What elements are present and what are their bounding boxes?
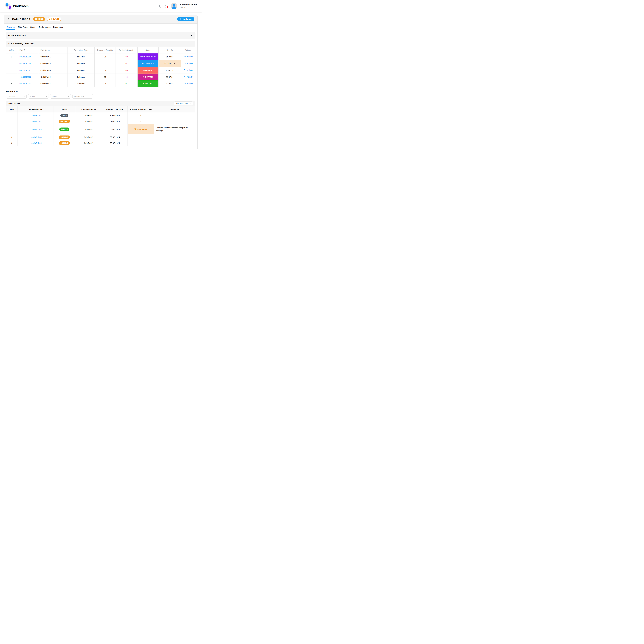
col-available-qty: Available Quantity [116,47,138,53]
user-info: Abhinav Atthota Admin [180,3,197,9]
brand-name: Workroom [13,4,29,8]
workorders-header-row: S.No. Workorder ID Status Linked Product… [6,106,196,112]
pulse-icon [184,62,186,65]
workorder-id-link[interactable]: 1130-WRK-01 [29,114,42,116]
workorder-filters: Date filter Product Status [6,94,195,99]
sub-assembly-header-row: S.No. Part ID Part Name Production Type … [6,47,195,53]
workorder-id-link[interactable]: 1130-WRK-05 [29,142,42,144]
pulse-icon [184,76,186,78]
notification-badge [167,6,168,8]
table-row: 3 03128010025 Child Part-3 In-house 01 0… [6,67,195,74]
back-arrow-icon[interactable] [7,18,10,21]
workorders-table: S.No. Workorder ID Status Linked Product… [6,106,195,146]
status-badge-ongoing: ONGOING [33,17,45,21]
workorder-id-link[interactable]: 1130-WRK-02 [29,120,42,122]
part-id-link[interactable]: 03104010030 [19,62,31,65]
col-workorder-id: Workorder ID [18,106,53,112]
activity-link[interactable]: Activity [184,55,193,58]
table-row: 4 03103010069 Child Part-4 In-house 01 0… [6,74,195,80]
order-title-row: Order 1130-10 ONGOING DELAYED Workorder [4,15,197,24]
stage-badge: IN PROCUREMENT [138,53,158,60]
part-id-link[interactable]: 03128010025 [19,69,31,71]
status-badge-delayed: DELAYED [47,17,61,21]
order-information-title: Order Information [8,34,26,37]
tab-quality[interactable]: Quality [30,24,37,31]
activity-link[interactable]: Activity [184,76,193,78]
alarm-clock-icon [49,18,51,20]
table-row: 1 1130-WRK-01 OPEN Sub Part 1 25-06-2024… [6,112,196,118]
date-filter-select[interactable]: Date filter [6,94,27,99]
order-information-accordion[interactable]: Order Information [6,32,195,39]
app-brand: Workroom [6,3,29,9]
tab-overview[interactable]: Overview [6,24,15,31]
status-badge: OPEN [60,114,68,117]
tab-performance[interactable]: Performance [39,24,51,31]
col-actual-completion: Actual Completion Date [128,106,154,112]
sub-assembly-title: Sub-Assembly Parts [8,43,29,45]
workorders-panel: Workorders Workorders WIP S.No. Wor [6,101,195,146]
table-row: 2 1130-WRK-04 ONGOING Sub Part 1 02-07-2… [6,134,196,140]
table-row: 1 03103010060 Child Part-1 In-house 01 0… [6,53,195,60]
col-production-type: Production Type [67,47,95,53]
product-filter-select[interactable]: Product [28,94,49,99]
col-stage: Stage [138,47,159,53]
app-header: Workroom [0,0,202,12]
part-id-link[interactable]: 03103010060 [19,56,31,58]
stage-badge: IN DISPATCH [138,74,158,80]
pulse-icon [184,55,186,58]
sub-assembly-count: (06) [30,43,33,45]
stage-badge: IN SHIPPING [138,80,158,87]
topbar-actions: Abhinav Atthota Admin [159,3,197,9]
sub-assembly-panel: Sub-Assembly Parts (06) S.No. Part ID Pa… [6,41,195,87]
activity-link[interactable]: Activity [184,82,193,85]
add-workorder-button[interactable]: Workorder [177,17,194,21]
alarm-clock-icon [164,62,167,65]
phone-icon[interactable] [159,4,162,8]
workorders-wip-button[interactable]: Workorders WIP [174,101,193,105]
chevron-down-icon [23,95,25,97]
activity-link[interactable]: Activity [184,69,193,71]
tab-documents[interactable]: Documents [53,24,63,31]
status-filter-select[interactable]: Status [50,94,71,99]
part-id-link[interactable]: 03106010091 [19,83,31,85]
table-row: 2 1130-WRK-02 ONGOING Sub Part 1 02-07-2… [6,118,196,124]
tab-child-parts[interactable]: Child Parts [18,24,28,31]
status-badge: ONGOING [59,120,70,123]
col-sno: S.No. [6,47,17,53]
status-badge: ONGOING [59,141,70,145]
status-badge: ONGOING [59,135,70,139]
table-row: 3 1130-WRK-03 CLOSED Sub Part 1 04-07-20… [6,124,196,134]
col-required-qty: Required Quantity [95,47,116,53]
page-title: Order 1130-10 [12,18,30,21]
chevron-down-icon [67,95,69,97]
table-row: 5 03106010091 Child Part-5 Supplier 01 0… [6,80,195,87]
col-due-by: Due By [159,47,181,53]
part-id-link[interactable]: 03103010069 [19,76,31,78]
workorders-panel-header: Workorders Workorders WIP [6,101,195,106]
workorder-id-link[interactable]: 1130-WRK-03 [29,128,42,130]
col-remarks: Remarks [154,106,196,112]
workorder-id-link[interactable]: 1130-WRK-04 [29,136,42,138]
workorder-id-input[interactable] [72,94,93,99]
tab-bar: Overview Child Parts Quality Performance… [4,24,197,31]
card-body: Order Information Sub-Assembly Parts (06… [4,31,197,146]
app-window: Workroom [0,0,202,149]
avatar[interactable] [171,3,177,9]
arrow-up-right-icon [189,103,191,104]
col-linked-product: Linked Product [75,106,102,112]
sub-assembly-table: S.No. Part ID Part Name Production Type … [6,47,195,87]
col-actions: Actions [181,47,195,53]
pulse-icon [184,69,186,71]
bell-icon[interactable] [164,4,168,8]
plus-icon [179,18,181,20]
activity-link[interactable]: Activity [184,62,193,65]
col-planned-due: Planned Due Date [102,106,128,112]
col-part-id: Part ID [17,47,38,53]
chevron-down-icon [45,95,47,97]
order-card: Order 1130-10 ONGOING DELAYED Workorder … [4,15,198,149]
col-status: Status [53,106,75,112]
completion-delayed-cell: 05-07-2024 [128,124,154,134]
status-badge: CLOSED [59,128,69,131]
stage-badge: IN PACKING [138,67,158,74]
sub-assembly-panel-header: Sub-Assembly Parts (06) [6,41,195,47]
